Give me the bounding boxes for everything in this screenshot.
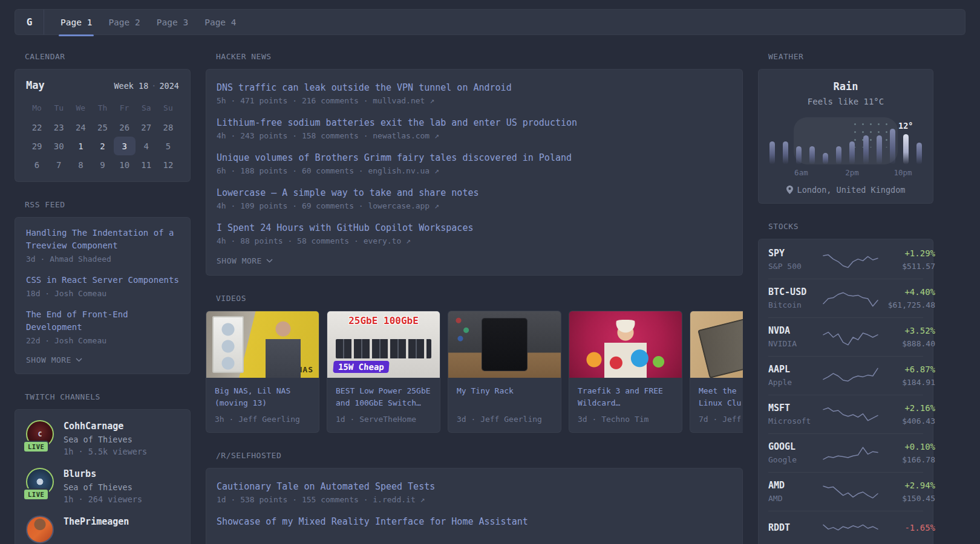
stock-row[interactable]: AAPL Apple +6.87% $184.91	[768, 356, 923, 395]
current-temp-label: 12°	[898, 121, 913, 131]
reddit-section: /R/SELFHOSTED Cautionary Tale on Automat…	[206, 451, 743, 544]
video-thumbnail[interactable]: 25GbE 100GbE 15W Cheap	[327, 311, 440, 378]
stock-price: $511.57	[880, 261, 935, 272]
stock-row[interactable]: GOOGL Google +0.10% $166.78	[768, 433, 923, 472]
rss-show-more-button[interactable]: SHOW MORE	[26, 355, 179, 364]
rss-item-meta: 18d · Josh Comeau	[26, 288, 179, 299]
tab-page-4[interactable]: Page 4	[204, 10, 236, 34]
twitch-channel[interactable]: ThePrimeagen	[26, 516, 179, 543]
stock-row[interactable]: MSFT Microsoft +2.16% $406.43	[768, 395, 923, 433]
stock-sparkline	[822, 482, 880, 502]
reddit-post-title[interactable]: Showcase of my Mixed Reality Interface f…	[217, 515, 732, 528]
weather-bar	[890, 129, 895, 164]
stock-symbol: SPY	[768, 247, 822, 259]
tab-page-1[interactable]: Page 1	[60, 10, 92, 34]
video-title[interactable]: My Tiny Rack	[457, 385, 552, 409]
show-more-label: SHOW MORE	[26, 355, 71, 364]
calendar-day: 5	[157, 137, 179, 155]
news-item-meta: 5h · 471 points · 216 comments · mullvad…	[217, 95, 732, 107]
weekday-label: Sa	[136, 100, 157, 118]
section-title-hackernews: HACKER NEWS	[216, 52, 733, 61]
stock-symbol: RDDT	[768, 522, 822, 534]
stock-sparkline	[822, 518, 880, 539]
stock-row[interactable]: AMD AMD +2.94% $150.45	[768, 472, 923, 511]
news-item: Lithium-free sodium batteries exit the l…	[217, 116, 732, 142]
section-title-weather: WEATHER	[768, 52, 923, 61]
stock-row[interactable]: BTC-USD Bitcoin +4.40% $61,725.48	[768, 279, 923, 317]
video-card: LIL NAS Big NAS, Lil NAS (moving 13) 3h …	[206, 311, 319, 433]
rss-item-title[interactable]: The End of Front-End Development	[26, 308, 179, 334]
tab-page-3[interactable]: Page 3	[157, 10, 188, 34]
weather-bar	[823, 153, 828, 164]
rss-item-title[interactable]: Handling The Indentation of a Treeview C…	[26, 227, 179, 252]
news-item: DNS traffic can leak outside the VPN tun…	[217, 81, 732, 107]
weekday-label: Su	[157, 100, 179, 118]
weather-bar	[849, 141, 855, 164]
rss-item: CSS in React Server Components 18d · Jos…	[26, 274, 179, 299]
calendar-day: 1	[70, 137, 91, 155]
weekday-label: Mo	[26, 100, 48, 118]
news-item: Lowercase – A simple way to take and sha…	[217, 186, 732, 212]
weather-bar: 12°	[903, 134, 909, 164]
live-badge: LIVE	[23, 488, 49, 500]
news-item-title[interactable]: Lithium-free sodium batteries exit the l…	[217, 116, 732, 129]
news-item-title[interactable]: Unique volumes of Brothers Grimm fairy t…	[217, 151, 732, 164]
weather-bar	[783, 141, 788, 164]
news-item-title[interactable]: DNS traffic can leak outside the VPN tun…	[217, 81, 732, 94]
stock-symbol: AMD	[768, 479, 822, 491]
stock-price: $888.40	[880, 338, 935, 349]
news-item: I Spent 24 Hours with GitHub Copilot Wor…	[217, 221, 732, 247]
video-title[interactable]: Meet the Linux Clu	[699, 385, 743, 409]
stock-price: $166.78	[880, 455, 935, 465]
stock-change: +3.52%	[880, 325, 935, 337]
calendar-day: 26	[114, 118, 136, 137]
thumbnail-text: 25GbE 100GbE	[327, 315, 440, 326]
video-thumbnail[interactable]	[569, 311, 682, 378]
section-title-twitch: TWITCH CHANNELS	[25, 392, 180, 401]
app-logo[interactable]: G	[15, 10, 44, 34]
weather-bars: 12°	[769, 117, 922, 164]
calendar-day: 7	[48, 155, 70, 174]
stock-symbol: NVDA	[768, 325, 822, 337]
weather-bar	[809, 146, 815, 164]
video-title[interactable]: BEST Low Power 25GbE and 100GbE Switch…	[336, 385, 431, 409]
weather-bar	[863, 135, 869, 164]
week-number: Week 18	[114, 81, 148, 91]
stock-row[interactable]: SPY S&P 500 +1.29% $511.57	[768, 241, 923, 279]
video-thumbnail[interactable]: LIL NAS	[206, 311, 319, 378]
calendar-day: 8	[70, 155, 91, 174]
calendar-day: 22	[26, 118, 48, 137]
twitch-channel[interactable]: B LIVE Blurbs Sea of Thieves 1h · 264 vi…	[26, 468, 179, 505]
video-title[interactable]: Big NAS, Lil NAS (moving 13)	[215, 385, 310, 409]
weather-time-labels: 6am2pm10pm	[769, 168, 922, 179]
weather-condition: Rain	[769, 80, 922, 92]
calendar-day: 25	[91, 118, 113, 137]
stock-row[interactable]: RDDT -1.65%	[768, 511, 923, 544]
calendar-day: 30	[48, 137, 70, 155]
rss-item-meta: 3d · Ahmad Shadeed	[26, 253, 179, 265]
calendar-day: 4	[136, 137, 157, 155]
stock-change: +2.16%	[880, 402, 935, 414]
stock-row[interactable]: NVDA NVIDIA +3.52% $888.40	[768, 317, 923, 356]
hackernews-section: HACKER NEWS DNS traffic can leak outside…	[206, 52, 743, 276]
video-thumbnail[interactable]	[448, 311, 561, 378]
calendar-day: 24	[70, 118, 91, 137]
calendar-week-label: Week 18·2024	[114, 81, 179, 91]
rss-item-title[interactable]: CSS in React Server Components	[26, 274, 179, 287]
video-thumbnail[interactable]: FAS	[690, 311, 743, 378]
rss-item: The End of Front-End Development 22d · J…	[26, 308, 179, 346]
rss-item-meta: 22d · Josh Comeau	[26, 335, 179, 346]
stock-name: Google	[768, 455, 822, 465]
stock-name: NVIDIA	[768, 338, 822, 349]
video-title[interactable]: Traefik 3 and FREE Wildcard…	[578, 385, 673, 409]
hackernews-show-more-button[interactable]: SHOW MORE	[217, 256, 732, 265]
tab-page-2[interactable]: Page 2	[108, 10, 140, 34]
video-meta: 3d · Jeff Geerling	[457, 415, 552, 424]
show-more-label: SHOW MORE	[217, 256, 262, 265]
twitch-channel[interactable]: C LIVE CohhCarnage Sea of Thieves 1h · 5…	[26, 420, 179, 458]
news-item-title[interactable]: I Spent 24 Hours with GitHub Copilot Wor…	[217, 221, 732, 235]
weather-bar	[916, 143, 922, 164]
section-title-rss: RSS FEED	[25, 200, 180, 209]
news-item-title[interactable]: Lowercase – A simple way to take and sha…	[217, 186, 732, 199]
reddit-post-title[interactable]: Cautionary Tale on Automated Speed Tests	[217, 480, 732, 493]
